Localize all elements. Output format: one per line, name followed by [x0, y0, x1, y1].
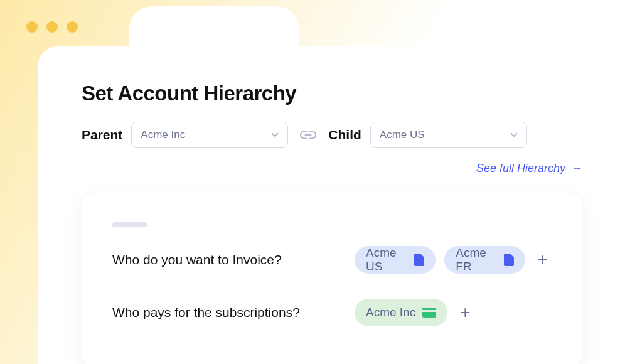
invoice-chip[interactable]: Acme US	[355, 246, 436, 274]
document-icon	[414, 254, 424, 266]
add-payer-button[interactable]: +	[456, 304, 474, 321]
window-controls	[26, 21, 78, 33]
chevron-down-icon	[510, 132, 518, 137]
settings-card: Who do you want to Invoice? Acme US Acme…	[82, 193, 582, 364]
link-icon	[299, 126, 317, 144]
link-text: See full Hierarchy	[476, 162, 565, 174]
see-full-hierarchy-link[interactable]: See full Hierarchy →	[82, 162, 582, 175]
child-dropdown[interactable]: Acme US	[370, 122, 527, 148]
traffic-light-icon	[67, 21, 78, 33]
main-window: Set Account Hierarchy Parent Acme Inc Ch…	[38, 46, 620, 364]
invoice-chip[interactable]: Acme FR	[444, 246, 525, 274]
payer-chip[interactable]: Acme Inc	[355, 299, 447, 326]
chevron-down-icon	[271, 132, 279, 137]
payer-chips: Acme Inc +	[355, 299, 474, 326]
hierarchy-selectors: Parent Acme Inc Child Acme US	[82, 122, 582, 148]
parent-dropdown[interactable]: Acme Inc	[131, 122, 288, 148]
invoice-row: Who do you want to Invoice? Acme US Acme…	[112, 246, 552, 274]
payer-question: Who pays for the subscriptions?	[112, 305, 326, 320]
add-invoice-button[interactable]: +	[534, 251, 552, 269]
payer-row: Who pays for the subscriptions? Acme Inc…	[112, 299, 552, 326]
chip-label: Acme FR	[456, 246, 496, 274]
child-label: Child	[328, 127, 361, 142]
skeleton-bar	[112, 222, 147, 227]
chip-label: Acme Inc	[366, 306, 415, 319]
invoice-question: Who do you want to Invoice?	[112, 252, 326, 267]
child-value: Acme US	[380, 129, 425, 141]
parent-label: Parent	[82, 127, 122, 142]
chip-label: Acme US	[366, 246, 407, 274]
svg-rect-1	[422, 310, 436, 312]
parent-group: Parent Acme Inc	[82, 122, 288, 148]
traffic-light-icon	[26, 21, 38, 33]
svg-rect-0	[422, 308, 436, 318]
invoice-chips: Acme US Acme FR +	[355, 246, 552, 274]
parent-value: Acme Inc	[141, 129, 185, 141]
page-title: Set Account Hierarchy	[82, 82, 582, 105]
arrow-right-icon: →	[571, 162, 582, 174]
document-icon	[504, 254, 514, 266]
traffic-light-icon	[46, 21, 58, 33]
child-group: Child Acme US	[328, 122, 527, 148]
credit-card-icon	[422, 308, 436, 318]
browser-tab[interactable]	[129, 6, 299, 50]
